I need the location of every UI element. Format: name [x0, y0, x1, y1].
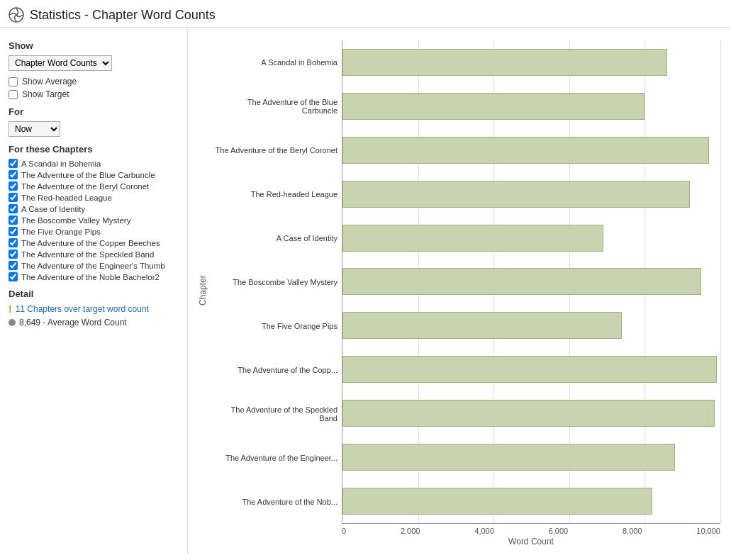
x-tick-3: 6,000: [549, 527, 569, 535]
chapter-label-0: A Scandal in Bohemia: [21, 159, 101, 168]
chapter-label-8: The Adventure of the Speckled Band: [21, 250, 154, 259]
bar-row-9: [342, 435, 720, 479]
show-average-checkbox[interactable]: [9, 77, 18, 86]
chapter-checkbox-8[interactable]: [9, 250, 18, 259]
chapter-checkbox-0[interactable]: [9, 159, 18, 168]
show-section-label: Show: [9, 40, 179, 51]
chapter-labels: A Scandal in BohemiaThe Adventure of the…: [211, 40, 342, 524]
chapter-item: The Five Orange Pips: [9, 227, 179, 236]
bars-and-labels: A Scandal in BohemiaThe Adventure of the…: [211, 35, 720, 547]
chapter-list: A Scandal in BohemiaThe Adventure of the…: [9, 159, 179, 281]
chapter-item: The Adventure of the Copper Beeches: [9, 238, 179, 247]
grid-line-5: [720, 40, 721, 523]
bar-row-0: [342, 40, 720, 84]
chart-chapter-label-4: A Case of Identity: [211, 216, 342, 260]
bars-main: A Scandal in BohemiaThe Adventure of the…: [211, 40, 720, 524]
chapter-label-3: The Red-headed League: [21, 194, 112, 202]
chapter-checkbox-3[interactable]: [9, 193, 18, 202]
chapter-item: The Adventure of the Noble Bachelor2: [9, 272, 179, 281]
chart-container: Chapter A Scandal in BohemiaThe Adventur…: [195, 35, 720, 547]
chart-chapter-label-1: The Adventure of the Blue Carbuncle: [211, 84, 342, 128]
detail-section: Detail ! 11 Chapters over target word co…: [9, 289, 179, 327]
main-layout: Show Chapter Word Counts Scene Word Coun…: [0, 28, 731, 554]
chapter-label-5: The Boscombe Valley Mystery: [21, 216, 130, 225]
bar-0: [342, 49, 667, 76]
chapter-checkbox-6[interactable]: [9, 227, 18, 236]
chapter-item: A Scandal in Bohemia: [9, 159, 179, 168]
bar-10: [342, 488, 652, 515]
bar-3: [342, 181, 690, 208]
sidebar: Show Chapter Word Counts Scene Word Coun…: [0, 28, 188, 554]
bar-7: [342, 356, 717, 383]
chapter-checkbox-7[interactable]: [9, 238, 18, 247]
x-axis-title: Word Count: [211, 537, 720, 547]
chapter-item: The Adventure of the Speckled Band: [9, 250, 179, 259]
page-title: Statistics - Chapter Word Counts: [30, 8, 216, 23]
chapter-item: The Red-headed League: [9, 193, 179, 202]
chart-area: Chapter A Scandal in BohemiaThe Adventur…: [188, 28, 731, 554]
x-tick-4: 8,000: [623, 527, 642, 535]
chart-chapter-label-3: The Red-headed League: [211, 172, 342, 216]
chapter-label-2: The Adventure of the Beryl Coronet: [21, 182, 149, 191]
bar-8: [342, 400, 715, 427]
chart-chapter-label-9: The Adventure of the Engineer...: [211, 436, 342, 480]
chapter-label-1: The Adventure of the Blue Carbuncle: [21, 171, 155, 179]
bars-grid: [342, 40, 720, 524]
chart-chapter-label-0: A Scandal in Bohemia: [211, 40, 342, 84]
chapter-item: The Adventure of the Beryl Coronet: [9, 181, 179, 191]
bar-row-5: [342, 260, 720, 304]
show-average-row: Show Average: [9, 77, 179, 86]
chart-chapter-label-7: The Adventure of the Copp...: [211, 348, 342, 392]
detail-average-item: 8,649 - Average Word Count: [9, 318, 179, 327]
bar-row-3: [342, 172, 720, 216]
y-axis-label: Chapter: [195, 35, 211, 547]
chart-chapter-label-2: The Adventure of the Beryl Coronet: [211, 128, 342, 172]
chart-chapter-label-10: The Adventure of the Nob...: [211, 480, 342, 524]
bar-1: [342, 93, 644, 120]
bar-row-10: [342, 479, 720, 523]
bar-5: [342, 268, 701, 295]
chapter-checkbox-2[interactable]: [9, 181, 18, 191]
for-dropdown-wrapper: Now Session All Time: [9, 121, 179, 137]
chapter-item: The Adventure of the Blue Carbuncle: [9, 170, 179, 179]
chapter-checkbox-10[interactable]: [9, 272, 18, 281]
chapter-label-9: The Adventure of the Engineer's Thumb: [21, 262, 165, 270]
chart-chapter-label-5: The Boscombe Valley Mystery: [211, 260, 342, 304]
chapter-checkbox-5[interactable]: [9, 215, 18, 225]
chapter-checkbox-9[interactable]: [9, 261, 18, 270]
chapter-label-4: A Case of Identity: [21, 205, 85, 213]
bar-row-1: [342, 84, 720, 128]
chapter-item: The Adventure of the Engineer's Thumb: [9, 261, 179, 270]
bar-2: [342, 137, 709, 164]
chart-chapter-label-8: The Adventure of the Speckled Band: [211, 392, 342, 436]
x-tick-1: 2,000: [401, 527, 420, 535]
chapter-label-10: The Adventure of the Noble Bachelor2: [21, 273, 160, 281]
for-these-chapters-label: For these Chapters: [9, 144, 179, 155]
bars-column: [342, 40, 720, 523]
average-word-count: 8,649 - Average Word Count: [19, 318, 127, 327]
chapter-checkbox-4[interactable]: [9, 204, 18, 213]
detail-label: Detail: [9, 289, 179, 299]
show-target-row: Show Target: [9, 89, 179, 99]
x-tick-5: 10,000: [696, 527, 720, 535]
bar-row-6: [342, 303, 720, 347]
chapter-label-6: The Five Orange Pips: [21, 228, 101, 236]
show-target-label: Show Target: [22, 89, 69, 99]
chapter-checkbox-1[interactable]: [9, 170, 18, 179]
average-dot-icon: [9, 319, 16, 326]
bar-6: [342, 312, 622, 339]
detail-warning-item: ! 11 Chapters over target word count: [9, 303, 179, 315]
warning-icon: !: [9, 303, 12, 315]
bar-row-8: [342, 391, 720, 435]
show-target-checkbox[interactable]: [9, 90, 18, 99]
for-section-label: For: [9, 106, 179, 117]
chapter-label-7: The Adventure of the Copper Beeches: [21, 239, 160, 247]
chapter-item: The Boscombe Valley Mystery: [9, 215, 179, 225]
for-dropdown[interactable]: Now Session All Time: [9, 121, 60, 137]
app-icon: [9, 7, 24, 23]
chapters-over-target-link[interactable]: 11 Chapters over target word count: [16, 304, 149, 314]
bar-4: [342, 225, 603, 252]
show-dropdown[interactable]: Chapter Word Counts Scene Word Counts: [9, 55, 112, 71]
app-header: Statistics - Chapter Word Counts: [0, 0, 731, 28]
bar-row-7: [342, 347, 720, 391]
